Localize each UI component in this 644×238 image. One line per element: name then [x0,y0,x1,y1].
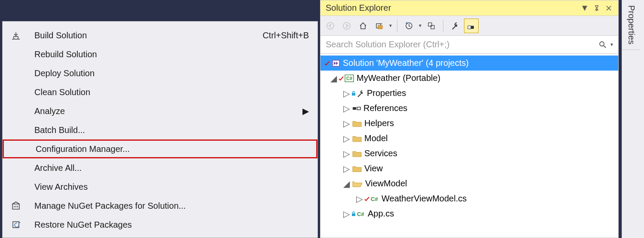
expander-closed-icon[interactable]: ▷ [343,148,350,159]
search-icon[interactable] [598,40,607,49]
properties-rail: Properties [622,0,644,238]
chevron-down-icon[interactable]: ▼ [418,23,422,28]
tree-item-helpers[interactable]: ▷ Helpers [320,116,618,131]
expander-closed-icon[interactable]: ▷ [356,194,363,204]
tree-item-view[interactable]: ▷ View [320,161,618,176]
pending-changes-icon[interactable] [402,19,416,33]
tree-label: Helpers [364,118,394,128]
package-icon [3,201,29,210]
submenu-arrow-icon: ▶ [302,106,309,116]
lock-icon [351,91,356,96]
search-input[interactable] [325,39,598,50]
folder-icon [352,165,362,173]
menu-item-configuration-manager[interactable]: Configuration Manager... [3,139,317,158]
menu-label: View Archives [29,182,309,192]
menu-label: Build Solution [29,31,262,40]
build-icon [3,31,29,40]
dropdown-icon[interactable]: ▼ [579,3,591,13]
properties-icon[interactable] [448,19,462,33]
wrench-icon [357,90,364,97]
expander-open-icon[interactable]: ◢ [343,179,350,189]
menu-label: Clean Solution [29,87,309,97]
svg-rect-5 [378,25,382,29]
menu-item-manage-nuget[interactable]: Manage NuGet Packages for Solution... [3,196,317,215]
panel-title: Solution Explorer [326,3,579,13]
tree-label: ViewModel [365,179,407,189]
svg-text:C#: C# [357,211,364,217]
forward-icon[interactable] [339,19,354,33]
check-icon [339,76,344,81]
tree-label: App.cs [368,209,394,219]
tree-label: Services [364,148,397,158]
menu-label: Restore NuGet Packages [29,220,309,230]
menu-item-build-solution[interactable]: Build Solution Ctrl+Shift+B [3,26,317,45]
expander-closed-icon[interactable]: ▷ [343,88,350,99]
tree-item-model[interactable]: ▷ Model [320,131,618,146]
chevron-down-icon[interactable]: ▼ [610,42,614,47]
menu-label: Analyze [29,106,302,116]
folder-icon [352,120,362,127]
tree-item-weatherviewmodel[interactable]: ▷ C# WeatherViewModel.cs [320,191,618,206]
solution-check-icon [324,60,330,66]
check-icon [364,196,369,201]
menu-item-restore-nuget[interactable]: Restore NuGet Packages [3,215,317,234]
folder-icon [352,135,362,142]
menu-item-batch-build[interactable]: Batch Build... [3,121,317,139]
back-icon[interactable] [323,19,338,33]
expander-closed-icon[interactable]: ▷ [343,133,350,144]
menu-label: Rebuild Solution [29,49,309,59]
sync-icon[interactable] [372,19,387,33]
restore-icon [3,220,29,229]
svg-rect-7 [428,23,432,26]
csproj-icon: C# [345,74,354,82]
menu-label: Configuration Manager... [31,144,308,154]
tree-item-viewmodel[interactable]: ◢ ViewModel [320,176,618,191]
tree-label: View [364,164,383,173]
svg-rect-15 [352,93,355,96]
panel-toolbar: ▼ ▼ [320,16,618,36]
svg-rect-17 [357,107,360,110]
build-context-menu: Build Solution Ctrl+Shift+B Rebuild Solu… [2,21,318,238]
chevron-down-icon[interactable]: ▼ [388,23,393,28]
expander-closed-icon[interactable]: ▷ [343,209,350,219]
menu-item-analyze[interactable]: Analyze ▶ [3,102,317,121]
tree-label: WeatherViewModel.cs [382,194,467,204]
close-icon[interactable] [603,6,615,11]
home-icon[interactable] [356,19,370,33]
preview-icon[interactable] [464,19,479,33]
svg-rect-19 [352,213,355,216]
expander-closed-icon[interactable]: ▷ [343,103,350,114]
expander-closed-icon[interactable]: ▷ [343,164,350,174]
tree-item-project[interactable]: ◢ C# MyWeather (Portable) [320,71,618,86]
tree-item-references[interactable]: ▷ References [320,101,618,116]
menu-item-archive-all[interactable]: Archive All... [3,158,317,177]
csfile-icon: C# [370,195,379,202]
menu-item-view-archives[interactable]: View Archives [3,177,317,196]
svg-rect-16 [353,107,356,110]
folder-icon [352,150,362,158]
svg-text:C#: C# [371,196,378,202]
menu-shortcut: Ctrl+Shift+B [262,31,309,40]
solution-tree: Solution 'MyWeather' (4 projects) ◢ C# M… [320,54,618,238]
tree-label: Properties [367,88,406,98]
menu-item-deploy-solution[interactable]: Deploy Solution [3,64,317,83]
tree-item-properties[interactable]: ▷ Properties [320,86,618,101]
menu-item-rebuild-solution[interactable]: Rebuild Solution [3,45,317,64]
tree-item-appcs[interactable]: ▷ C# App.cs [320,206,618,221]
solution-icon [332,59,340,68]
svg-point-11 [600,42,604,46]
show-all-icon[interactable] [424,19,439,33]
lock-icon [351,211,356,216]
search-row: ▼ [320,36,618,54]
svg-rect-8 [431,25,434,29]
folder-open-icon [352,180,363,188]
pin-icon[interactable] [591,5,603,11]
references-icon [352,105,361,111]
expander-open-icon[interactable]: ◢ [330,73,337,83]
tree-item-services[interactable]: ▷ Services [320,146,618,161]
tree-label: Model [364,133,388,143]
tab-properties[interactable]: Properties [622,0,641,50]
tree-root-solution[interactable]: Solution 'MyWeather' (4 projects) [320,56,618,71]
expander-closed-icon[interactable]: ▷ [343,118,350,129]
menu-item-clean-solution[interactable]: Clean Solution [3,83,317,102]
